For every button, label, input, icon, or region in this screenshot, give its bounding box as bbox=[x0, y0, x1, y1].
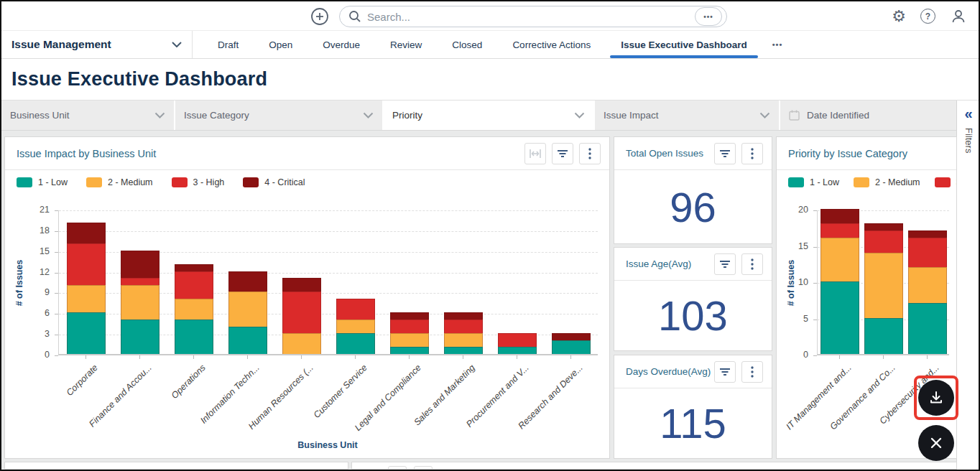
bar-segment-4-critical[interactable] bbox=[444, 312, 483, 320]
widget-menu-button[interactable] bbox=[741, 361, 763, 383]
bar-segment-4-critical[interactable] bbox=[175, 264, 213, 271]
tab-overflow-button[interactable]: ••• bbox=[762, 31, 793, 58]
bar-segment-4-critical[interactable] bbox=[67, 223, 106, 243]
tab-draft[interactable]: Draft bbox=[203, 31, 254, 58]
bar-segment-2-medium[interactable] bbox=[282, 333, 321, 354]
tab-overdue[interactable]: Overdue bbox=[308, 31, 375, 58]
create-button[interactable] bbox=[310, 7, 329, 26]
bar-segment-4-critical[interactable] bbox=[820, 209, 859, 223]
legend-item-1-low[interactable]: 1 - Low bbox=[788, 177, 839, 187]
bar-customer-service[interactable] bbox=[336, 299, 375, 354]
bar-segment-1-low[interactable] bbox=[820, 281, 859, 354]
settings-button[interactable]: ⚙ bbox=[892, 9, 906, 24]
search-input[interactable] bbox=[367, 11, 695, 23]
bar-procurement-and-v[interactable] bbox=[498, 333, 537, 354]
legend-item-2-medium[interactable]: 2 - Medium bbox=[86, 177, 153, 187]
tab-open[interactable]: Open bbox=[254, 31, 308, 58]
bar-segment-2-medium[interactable] bbox=[820, 238, 859, 281]
bar-segment-4-critical[interactable] bbox=[390, 312, 429, 320]
bar-segment-2-medium[interactable] bbox=[67, 285, 106, 312]
filter-widget-button[interactable] bbox=[388, 466, 407, 470]
bar-it-management-and[interactable] bbox=[820, 209, 859, 354]
bar-segment-1-low[interactable] bbox=[498, 347, 537, 354]
bar-segment-2-medium[interactable] bbox=[121, 285, 160, 320]
bar-segment-4-critical[interactable] bbox=[908, 230, 947, 238]
bar-segment-2-medium[interactable] bbox=[228, 292, 267, 326]
app-switcher[interactable]: Issue Management bbox=[1, 31, 193, 58]
filter-business-unit[interactable]: Business Unit bbox=[1, 101, 174, 130]
filter-issue-impact[interactable]: Issue Impact bbox=[595, 101, 779, 130]
widget-menu-button[interactable] bbox=[414, 466, 433, 470]
bar-segment-3-high[interactable] bbox=[336, 299, 375, 320]
bar-segment-4-critical[interactable] bbox=[864, 223, 903, 230]
bar-governance-and-co[interactable] bbox=[864, 223, 903, 354]
bar-segment-3-high[interactable] bbox=[908, 238, 947, 266]
bar-segment-3-high[interactable] bbox=[444, 320, 483, 333]
bar-segment-3-high[interactable] bbox=[175, 271, 213, 299]
bar-segment-2-medium[interactable] bbox=[336, 320, 375, 333]
tab-review[interactable]: Review bbox=[375, 31, 437, 58]
download-button[interactable] bbox=[918, 380, 954, 416]
bar-segment-3-high[interactable] bbox=[864, 230, 903, 252]
bar-segment-2-medium[interactable] bbox=[864, 253, 903, 318]
bar-segment-1-low[interactable] bbox=[908, 303, 947, 354]
widget-menu-button[interactable] bbox=[741, 253, 763, 275]
filter-widget-button[interactable] bbox=[714, 253, 736, 275]
bar-sales-and-marketing[interactable] bbox=[444, 312, 483, 354]
collapse-filters-button[interactable]: « bbox=[964, 106, 972, 121]
filter-issue-category[interactable]: Issue Category bbox=[175, 101, 382, 130]
bar-segment-2-medium[interactable] bbox=[444, 333, 483, 347]
bar-segment-1-low[interactable] bbox=[444, 347, 483, 354]
bar-segment-2-medium[interactable] bbox=[175, 299, 213, 320]
bar-segment-4-critical[interactable] bbox=[552, 333, 591, 340]
bar-segment-1-low[interactable] bbox=[67, 312, 106, 354]
bar-segment-4-critical[interactable] bbox=[121, 251, 160, 278]
bar-segment-1-low[interactable] bbox=[552, 340, 591, 354]
bar-human-resources[interactable] bbox=[282, 278, 321, 354]
bar-segment-4-critical[interactable] bbox=[228, 271, 267, 292]
bar-segment-1-low[interactable] bbox=[228, 327, 267, 354]
bar-segment-1-low[interactable] bbox=[390, 347, 429, 354]
tab-issue-executive-dashboard[interactable]: Issue Executive Dashboard bbox=[606, 31, 762, 58]
bar-segment-3-high[interactable] bbox=[67, 243, 106, 285]
legend-item-2-medium[interactable]: 2 - Medium bbox=[854, 177, 920, 187]
filter-widget-button[interactable] bbox=[714, 143, 736, 164]
bar-segment-4-critical[interactable] bbox=[282, 278, 321, 292]
bar-segment-3-high[interactable] bbox=[121, 278, 160, 285]
bar-legal-and-compliance[interactable] bbox=[390, 312, 429, 354]
widget-menu-button[interactable] bbox=[741, 143, 763, 164]
bar-segment-2-medium[interactable] bbox=[390, 333, 429, 347]
filter-date-identified[interactable]: Date Identified bbox=[780, 101, 956, 130]
search-options-button[interactable]: ••• bbox=[695, 7, 722, 26]
bar-research-and-deve[interactable] bbox=[552, 333, 591, 354]
filter-priority[interactable]: Priority bbox=[384, 101, 593, 130]
bar-segment-1-low[interactable] bbox=[864, 318, 903, 355]
bar-finance-and-accou[interactable] bbox=[121, 251, 160, 354]
widget-menu-button[interactable] bbox=[579, 143, 601, 164]
filter-widget-button[interactable] bbox=[552, 143, 573, 164]
resize-widget-button[interactable] bbox=[524, 143, 546, 164]
bar-segment-3-high[interactable] bbox=[390, 320, 429, 333]
filter-widget-button[interactable] bbox=[714, 361, 736, 383]
bar-corporate[interactable] bbox=[67, 223, 106, 354]
tab-corrective-actions[interactable]: Corrective Actions bbox=[497, 31, 606, 58]
bar-operations[interactable] bbox=[175, 264, 213, 354]
bar-information-techn[interactable] bbox=[228, 271, 267, 354]
bar-segment-3-high[interactable] bbox=[498, 333, 537, 347]
help-button[interactable]: ? bbox=[920, 9, 935, 24]
bar-segment-1-low[interactable] bbox=[175, 320, 213, 354]
bar-segment-3-high[interactable] bbox=[820, 223, 859, 238]
tab-closed[interactable]: Closed bbox=[437, 31, 497, 58]
bar-segment-1-low[interactable] bbox=[121, 320, 160, 354]
legend-item-1-low[interactable]: 1 - Low bbox=[17, 177, 68, 187]
legend-item-3-high[interactable]: 3 - High bbox=[172, 177, 225, 187]
close-button[interactable] bbox=[918, 425, 954, 461]
legend-item-4-critical[interactable]: 4 - Critical bbox=[243, 177, 305, 187]
legend-item-3-high[interactable]: 3 - High bbox=[935, 177, 956, 187]
bar-segment-1-low[interactable] bbox=[336, 333, 375, 354]
user-menu-button[interactable] bbox=[950, 8, 967, 25]
chevron-down-icon bbox=[363, 112, 374, 118]
bar-cybersecurity-and[interactable] bbox=[908, 230, 947, 354]
bar-segment-3-high[interactable] bbox=[282, 292, 321, 333]
bar-segment-2-medium[interactable] bbox=[908, 267, 947, 304]
